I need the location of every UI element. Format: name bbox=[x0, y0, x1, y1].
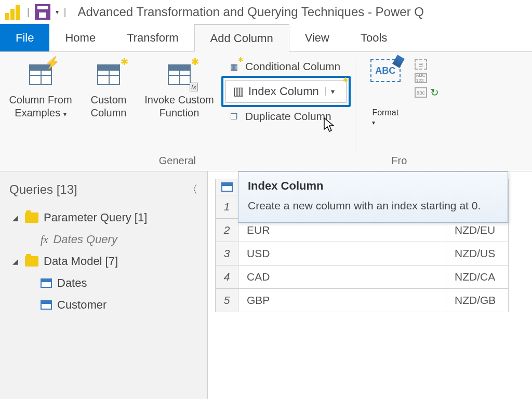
table-icon bbox=[168, 64, 191, 85]
row-number: 5 bbox=[216, 289, 238, 312]
queries-pane: Queries [13] 〈 ◢ Parameter Query [1] fx … bbox=[0, 171, 208, 399]
index-column-tooltip: Index Column Create a new column with an… bbox=[238, 171, 508, 223]
ribbon-tabs: File Home Transform Add Column View Tool… bbox=[0, 24, 532, 52]
tree-item-dates[interactable]: Dates bbox=[10, 272, 201, 294]
tab-view[interactable]: View bbox=[289, 24, 345, 51]
data-grid-pane: Index Column Create a new column with an… bbox=[208, 171, 532, 399]
tab-file[interactable]: File bbox=[0, 24, 49, 51]
index-column-highlight: ▥✱ Index Column ▾ bbox=[221, 76, 351, 107]
custom-column-button[interactable]: ✱ Custom Column bbox=[80, 57, 137, 122]
format-button[interactable]: ABC Format▾ bbox=[360, 57, 411, 129]
chevron-down-icon: ▾ bbox=[372, 119, 375, 126]
tree-item-dates-query[interactable]: fx Dates Query bbox=[10, 229, 201, 250]
tooltip-body: Create a new column with an index starti… bbox=[248, 198, 498, 213]
conditional-column-button[interactable]: ▦✱ Conditional Column bbox=[221, 58, 351, 75]
collapse-toggle-icon[interactable]: ◢ bbox=[12, 214, 20, 222]
tab-tools[interactable]: Tools bbox=[345, 24, 403, 51]
tree-group-data-model[interactable]: ◢ Data Model [7] bbox=[10, 250, 201, 272]
column-from-examples-button[interactable]: ⚡ Column From Examples ▾ bbox=[4, 57, 77, 122]
invoke-custom-function-button[interactable]: ✱fx Invoke Custom Function bbox=[140, 57, 218, 122]
select-all-cell[interactable] bbox=[216, 179, 238, 195]
fx-icon: fx bbox=[41, 234, 48, 246]
separator: | bbox=[64, 7, 66, 18]
cell[interactable]: CAD bbox=[238, 265, 446, 289]
cell[interactable]: USD bbox=[238, 242, 446, 265]
queries-title: Queries [13] bbox=[9, 182, 77, 197]
table-icon bbox=[97, 64, 120, 85]
table-icon bbox=[41, 278, 52, 288]
duplicate-column-button[interactable]: ❐ Duplicate Column bbox=[221, 108, 351, 125]
format-icon: ABC bbox=[370, 59, 401, 82]
merge-columns-button[interactable]: ⊟ bbox=[415, 59, 439, 70]
queries-header: Queries [13] 〈 bbox=[6, 177, 201, 207]
parse-button[interactable]: abc↻ bbox=[415, 86, 439, 99]
conditional-icon: ▦✱ bbox=[227, 60, 241, 73]
index-column-button[interactable]: ▥✱ Index Column ▾ bbox=[225, 80, 347, 103]
folder-icon bbox=[25, 256, 38, 267]
table-icon bbox=[41, 300, 52, 310]
folder-icon bbox=[25, 212, 38, 223]
tab-home[interactable]: Home bbox=[49, 24, 111, 51]
cell[interactable]: NZD/US bbox=[446, 242, 509, 265]
chevron-down-icon: ▾ bbox=[63, 111, 66, 118]
cell[interactable]: NZD/CA bbox=[446, 265, 509, 289]
collapse-pane-icon[interactable]: 〈 bbox=[187, 182, 198, 197]
chevron-down-icon[interactable]: ▾ bbox=[325, 87, 339, 96]
group-label-from: Fro bbox=[391, 152, 407, 171]
index-icon: ▥✱ bbox=[233, 85, 244, 98]
duplicate-icon: ❐ bbox=[227, 110, 241, 123]
table-row[interactable]: 3 USD NZD/US bbox=[216, 242, 509, 265]
bolt-icon: ⚡ bbox=[45, 56, 59, 70]
ribbon-group-general: ⚡ Column From Examples ▾ ✱ Custom Column… bbox=[0, 57, 355, 171]
tab-add-column[interactable]: Add Column bbox=[194, 24, 289, 52]
row-number: 1 bbox=[216, 195, 238, 219]
ribbon-content: ⚡ Column From Examples ▾ ✱ Custom Column… bbox=[0, 52, 532, 171]
table-row[interactable]: 4 CAD NZD/CA bbox=[216, 265, 509, 289]
app-logo-icon bbox=[5, 4, 22, 20]
tooltip-title: Index Column bbox=[248, 179, 498, 193]
text-tools-stack: ⊟ ABC123 abc↻ bbox=[415, 57, 439, 99]
window-title: Advanced Transformation and Querying Tec… bbox=[77, 5, 424, 19]
cell[interactable]: NZD/GB bbox=[446, 289, 509, 312]
separator: | bbox=[27, 7, 30, 18]
qat-dropdown-icon[interactable]: ▾ bbox=[56, 8, 59, 16]
group-label-general: General bbox=[159, 152, 196, 171]
tree-item-customer[interactable]: Customer bbox=[10, 294, 201, 316]
row-number: 3 bbox=[216, 242, 238, 265]
save-icon[interactable] bbox=[35, 4, 50, 20]
row-number: 2 bbox=[216, 219, 238, 242]
extract-button[interactable]: ABC123 bbox=[415, 73, 439, 83]
tree-group-parameter-query[interactable]: ◢ Parameter Query [1] bbox=[10, 207, 201, 229]
row-number: 4 bbox=[216, 265, 238, 289]
body-area: Queries [13] 〈 ◢ Parameter Query [1] fx … bbox=[0, 171, 532, 399]
star-icon: ✱ bbox=[191, 56, 199, 68]
fx-badge-icon: fx bbox=[190, 83, 198, 91]
cell[interactable]: GBP bbox=[238, 289, 446, 312]
queries-tree: ◢ Parameter Query [1] fx Dates Query ◢ D… bbox=[6, 207, 201, 316]
ribbon-group-format: ABC Format▾ ⊟ ABC123 abc↻ Fro bbox=[355, 57, 443, 171]
title-bar: | ▾ | Advanced Transformation and Queryi… bbox=[0, 0, 532, 24]
collapse-toggle-icon[interactable]: ◢ bbox=[12, 257, 20, 265]
table-row[interactable]: 5 GBP NZD/GB bbox=[216, 289, 509, 312]
star-icon: ✱ bbox=[121, 56, 128, 68]
tab-transform[interactable]: Transform bbox=[111, 24, 194, 51]
